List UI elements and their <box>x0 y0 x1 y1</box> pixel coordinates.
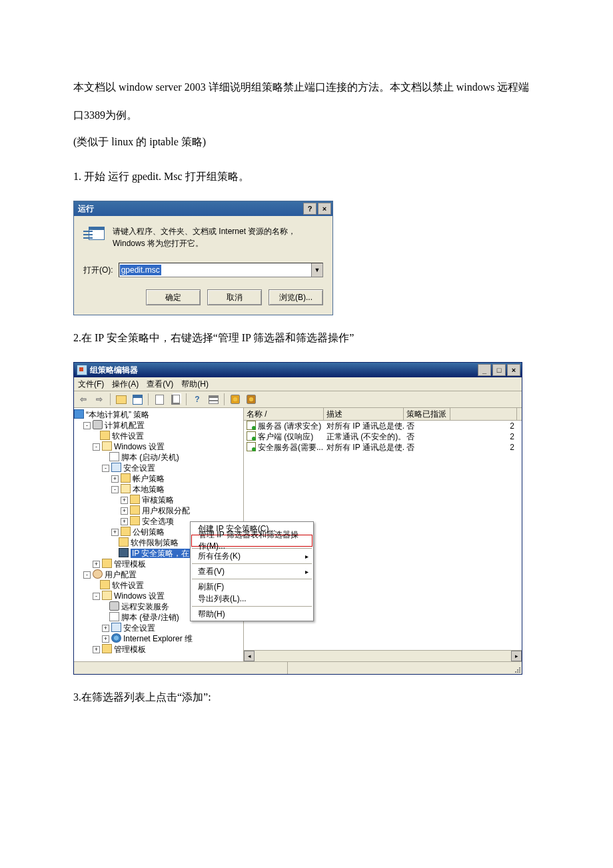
svg-rect-5 <box>515 671 516 673</box>
open-value: gpedit.msc <box>120 265 161 275</box>
svg-rect-4 <box>517 671 518 673</box>
col-desc[interactable]: 描述 <box>324 408 404 420</box>
minimize-icon[interactable]: _ <box>478 364 491 376</box>
ctx-help[interactable]: 帮助(H) <box>191 608 312 620</box>
open-label: 打开(O): <box>83 265 113 276</box>
scroll-right-icon[interactable]: ▸ <box>511 651 522 661</box>
ok-button[interactable]: 确定 <box>146 289 201 305</box>
step-1: 1. 开始 运行 gpedit. Msc 打开组策略。 <box>73 166 540 187</box>
chevron-down-icon[interactable]: ▼ <box>311 263 322 277</box>
col-name[interactable]: 名称 / <box>244 408 324 420</box>
list-item[interactable]: 客户端 (仅响应)正常通讯 (不安全的)。...否2 <box>244 431 522 442</box>
properties-icon[interactable] <box>153 393 166 406</box>
gpedit-titlebar: 组策略编辑器 _ □ × <box>74 363 522 377</box>
step-3: 3.在筛选器列表上点击“添加”: <box>73 687 540 708</box>
policy-icon <box>247 421 256 430</box>
menu-view[interactable]: 查看(V) <box>147 379 173 390</box>
open-combobox[interactable]: gpedit.msc ▼ <box>119 263 323 277</box>
step-2: 2.在 IP 安全策略中，右键选择“管理 IP 筛选器和筛选器操作” <box>73 327 540 349</box>
mmc-icon <box>77 365 87 375</box>
show-tree-icon[interactable] <box>131 393 144 406</box>
policy-icon <box>247 431 256 441</box>
tree-item[interactable]: 脚本 (启动/关机) <box>74 452 243 463</box>
copy-icon[interactable] <box>169 393 182 406</box>
statusbar <box>74 661 522 674</box>
svg-rect-0 <box>519 667 520 669</box>
tree-item[interactable]: -安全设置 <box>74 463 243 473</box>
svg-rect-1 <box>519 669 520 671</box>
tree-item[interactable]: +审核策略 <box>74 495 243 505</box>
maximize-icon[interactable]: □ <box>492 364 506 376</box>
intro-paragraph-1: 本文档以 window server 2003 详细说明组策略禁止端口连接的方法… <box>73 73 540 129</box>
policy-icon <box>247 442 256 451</box>
list-item[interactable]: 服务器 (请求安全)对所有 IP 通讯总是使...否2 <box>244 421 522 431</box>
menu-action[interactable]: 操作(A) <box>112 379 139 390</box>
run-title-text: 运行 <box>78 203 94 215</box>
svg-rect-2 <box>519 671 520 673</box>
intro-paragraph-2: (类似于 linux 的 iptable 策略) <box>73 131 540 153</box>
tree-item[interactable]: +帐户策略 <box>74 473 243 484</box>
col-last[interactable] <box>450 408 517 420</box>
tree-item[interactable]: +安全设置 <box>74 623 243 633</box>
ctx-refresh[interactable]: 刷新(F) <box>191 581 312 593</box>
scroll-left-icon[interactable]: ◂ <box>244 651 255 661</box>
context-menu: 创建 IP 安全策略(C)... 管理 IP 筛选器表和筛选器操作(M)... … <box>190 521 314 621</box>
list-icon[interactable] <box>207 393 220 406</box>
close-icon[interactable]: × <box>507 364 520 376</box>
resize-grip-icon[interactable] <box>511 662 522 674</box>
ipsec-icon-1[interactable] <box>229 393 242 406</box>
col-assigned[interactable]: 策略已指派 <box>404 408 450 420</box>
help-icon[interactable]: ? <box>303 203 316 215</box>
menubar: 文件(F) 操作(A) 查看(V) 帮助(H) <box>74 377 522 391</box>
list-header: 名称 / 描述 策略已指派 <box>244 408 522 421</box>
tree-item[interactable]: +Internet Explorer 维 <box>74 633 243 644</box>
ipsec-icon-2[interactable] <box>245 393 258 406</box>
horizontal-scrollbar[interactable]: ◂ ▸ <box>244 650 522 661</box>
toolbar: ⇦ ⇨ <box>74 391 522 408</box>
run-description: 请键入程序、文件夹、文档或 Internet 资源的名称，Windows 将为您… <box>113 225 323 249</box>
run-dialog: 运行 ? × 请键入程序、文件夹、文档或 Internet 资源的名称，Wind… <box>73 201 333 315</box>
ctx-export[interactable]: 导出列表(L)... <box>191 593 312 605</box>
svg-rect-3 <box>517 669 518 671</box>
cancel-button[interactable]: 取消 <box>207 289 262 305</box>
tree-item[interactable]: -本地策略 <box>74 484 243 495</box>
up-folder-icon[interactable] <box>115 393 128 406</box>
gpedit-title-text: 组策略编辑器 <box>90 365 138 376</box>
tree-item[interactable]: 软件设置 <box>74 431 243 441</box>
ctx-manage-filters[interactable]: 管理 IP 筛选器表和筛选器操作(M)... <box>191 535 312 547</box>
back-icon[interactable]: ⇦ <box>77 393 90 406</box>
browse-button[interactable]: 浏览(B)... <box>269 289 323 305</box>
tree-item[interactable]: +用户权限分配 <box>74 505 243 516</box>
close-icon[interactable]: × <box>318 203 331 215</box>
forward-icon[interactable]: ⇨ <box>93 393 106 406</box>
tree-item[interactable]: +管理模板 <box>74 644 243 655</box>
ctx-all-tasks[interactable]: 所有任务(K) <box>191 550 312 562</box>
tree-computer-config[interactable]: -计算机配置 <box>74 420 243 431</box>
run-icon <box>83 227 105 243</box>
tree-root[interactable]: “本地计算机” 策略 <box>74 409 243 420</box>
run-titlebar: 运行 ? × <box>74 201 332 216</box>
gpedit-window: 组策略编辑器 _ □ × 文件(F) 操作(A) 查看(V) 帮助(H) ⇦ ⇨ <box>73 362 522 675</box>
list-item[interactable]: 安全服务器(需要...对所有 IP 通讯总是使...否2 <box>244 442 522 453</box>
help-icon[interactable] <box>191 393 204 406</box>
menu-file[interactable]: 文件(F) <box>78 379 104 390</box>
tree-item[interactable]: -Windows 设置 <box>74 441 243 452</box>
ctx-view[interactable]: 查看(V) <box>191 565 312 577</box>
menu-help[interactable]: 帮助(H) <box>181 379 209 390</box>
